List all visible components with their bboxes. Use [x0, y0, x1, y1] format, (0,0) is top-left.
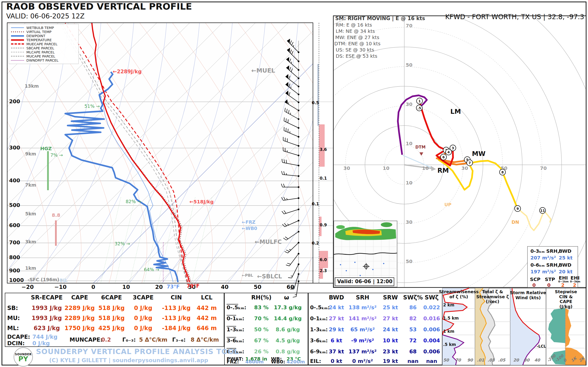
- sounderpy-analysis-figure: RAOB OBSERVED VERTICAL PROFILE VALID: 06…: [0, 0, 588, 367]
- radar-inset: [334, 221, 397, 287]
- ring-label: 50: [406, 259, 413, 264]
- omega-header: ω: [284, 295, 289, 301]
- bwd3-label: BWD: [559, 249, 571, 254]
- mixratio-value: 17.3 g/kg: [274, 305, 302, 310]
- height-label: 3km: [25, 240, 36, 244]
- srh3-label: 0-3ₖₘ SRH,: [530, 249, 559, 254]
- sblcl-annotation: ←SBLCL: [257, 274, 282, 280]
- thermo-cell: -184 J/kg: [162, 325, 190, 331]
- wb0-annotation: ←WB0: [242, 226, 257, 231]
- ehi3-value: 2: [573, 283, 576, 288]
- kin-srw: 19 kt: [383, 358, 398, 364]
- mw-label: MW: [472, 150, 486, 157]
- kin-srh: 141 m²/s²: [349, 316, 377, 321]
- thermo-header: 3CAPE: [133, 295, 154, 301]
- layer-range: 3-6: [227, 338, 236, 343]
- x-tick: 50: [254, 284, 261, 290]
- ring-label: 30: [406, 102, 413, 107]
- pressure-label: 700: [9, 240, 20, 245]
- dcape-label: DCAPE:: [7, 334, 30, 340]
- muel-annotation: ←MUEL: [251, 67, 275, 74]
- omega-updraft-bar: [318, 64, 319, 126]
- hodo-marker-label: 4: [448, 150, 450, 154]
- storm-motion-line: US: SE @ 30 kts: [336, 47, 374, 52]
- station-title: KFWD - FORT WORTH, TX US | 32.8, -97.3: [445, 13, 584, 20]
- rh-annotation: 64% →: [144, 267, 159, 272]
- thermo-cell: 0 J/kg: [134, 315, 152, 321]
- ehi1-label: EHI: [559, 275, 568, 281]
- muncape-label: MUNCAPE:: [69, 337, 102, 342]
- layer-range: 0-1: [227, 316, 236, 321]
- kin-srh: 137 m²/s²: [349, 349, 377, 354]
- wetbulb-line-icon: [11, 27, 24, 28]
- kin-srh: 65 m²/s²: [350, 327, 375, 332]
- kin-swp: 86: [409, 305, 417, 310]
- kin-swp: 72: [409, 338, 417, 343]
- temperature-line-icon: [11, 39, 24, 41]
- x-tick: −10: [54, 284, 66, 290]
- pressure-label: 600: [9, 223, 20, 228]
- height-label: 7km: [25, 183, 36, 188]
- x-tick: 60: [286, 284, 294, 290]
- rh-row-label: 3-6ₖₘ:: [227, 338, 244, 343]
- ring-label: 10: [406, 180, 413, 185]
- kin-header: SWζ%: [403, 295, 423, 301]
- pressure-label: 200: [9, 99, 20, 104]
- lcl-marker-label: -LCL: [537, 344, 546, 349]
- p2-title: Total ζ & Streamwise ζ (/sec): [476, 289, 509, 304]
- thermo-header: 6CAPE: [101, 295, 122, 301]
- hodo-marker: 9: [514, 205, 521, 212]
- p1-tick: 70: [455, 358, 461, 362]
- x-tick: −20: [21, 284, 34, 290]
- storm-motion-line: RM: E @ 16 kts: [336, 23, 372, 27]
- page-title: RAOB OBSERVED VERTICAL PROFILE: [6, 2, 192, 11]
- kin-swp: 68: [409, 349, 417, 354]
- storm-motion-line: MW: ENE @ 27 kts: [335, 35, 379, 40]
- p1-tick: 90: [467, 358, 473, 362]
- kin-srw: 27 kt: [383, 316, 398, 321]
- rh-row-label: 0-.5ₖₘ:: [227, 305, 246, 310]
- hodo-marker-label: 9: [517, 207, 519, 211]
- srh6-label: 0-6ₖₘ SRH,: [530, 263, 559, 267]
- km-label: 1.5 km: [443, 316, 459, 321]
- legend-label: WETBULB TEMP: [26, 26, 54, 30]
- dcape-value: 744 J/kg: [32, 334, 58, 340]
- kin-row-label: 3-6ₖₘ:: [310, 338, 328, 343]
- storm-motion-line: DTM: ENE @ 10 kts: [334, 41, 380, 46]
- mixratio-value: 14.4 g/kg: [274, 316, 302, 321]
- legend-label: MLCAPE PARCEL: [26, 50, 55, 54]
- height-label: 9km: [25, 152, 36, 156]
- height-label: 1km: [25, 266, 36, 271]
- valid-time: VALID: 06-06-2025 12Z: [6, 13, 85, 20]
- kin-srw: 25 kt: [383, 305, 398, 310]
- hodo-marker: 7: [467, 159, 473, 166]
- kin-srw: 24 kt: [383, 327, 398, 332]
- thermo-cell: 623 J/kg: [34, 325, 60, 331]
- legend-row: MUCAPE PARCEL: [11, 54, 76, 58]
- x-tick: 0: [91, 284, 95, 290]
- legend-row: TEMPERATURE: [11, 38, 76, 42]
- pressure-label: 500: [9, 202, 20, 208]
- mixratio-value: 0.8 g/kg: [276, 349, 300, 354]
- dcin-value: 0 J/kg: [32, 340, 50, 346]
- ring-label: 10: [422, 166, 429, 171]
- omega-value: 0.1: [320, 176, 327, 181]
- rh-value: 67 %: [254, 338, 268, 343]
- rh-annotation: 51% →: [84, 104, 100, 109]
- lapse03-value: 5 Δ°C/km: [139, 337, 167, 342]
- omega-value: 0.9: [320, 223, 327, 227]
- sounderpy-logo: SOUNDER PY: [14, 347, 33, 367]
- lm-label: LM: [450, 108, 461, 115]
- legend-label: DEWPOINT: [26, 34, 45, 38]
- thermo-header: CIN: [171, 295, 182, 301]
- pressure-label: 800: [9, 255, 20, 260]
- hgz-label: HGZ: [40, 146, 52, 151]
- rh-value: 83 %: [254, 305, 268, 310]
- p2-tick: .01: [477, 358, 484, 362]
- thermo-cell: 442 m: [197, 315, 216, 321]
- brand-title: SOUNDERPY VERTICAL PROFILE ANALYSIS TOOL: [36, 348, 239, 356]
- thermo-cell: 2289 J/kg: [64, 315, 95, 321]
- ring-label: 30: [406, 220, 413, 225]
- height-label: 13km: [25, 84, 39, 89]
- rh-annotation: 7% →: [50, 153, 63, 158]
